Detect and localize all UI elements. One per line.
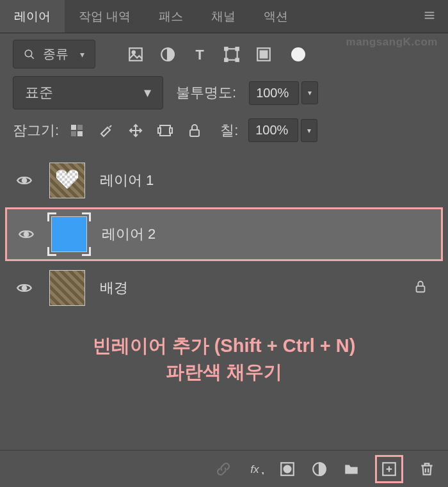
visibility-toggle[interactable] [15, 226, 38, 243]
pixel-layer-filter-icon[interactable] [127, 46, 144, 63]
fill-dropdown-button[interactable]: ▾ [301, 119, 317, 142]
layer-filter-dropdown[interactable]: 종류 ▾ [13, 40, 95, 68]
svg-rect-27 [417, 286, 425, 292]
svg-rect-5 [129, 48, 142, 61]
search-icon [24, 49, 35, 60]
layer-name[interactable]: 배경 [100, 278, 413, 298]
visibility-toggle[interactable] [13, 172, 36, 189]
filter-type-icons: T [127, 46, 305, 63]
svg-rect-13 [236, 58, 239, 61]
fill-input[interactable]: 100% [248, 118, 298, 142]
annotation-text: 빈레이어 추가 (Shift + Ctrl + N) 파란색 채우기 [0, 317, 448, 400]
tab-actions[interactable]: 액션 [250, 0, 302, 33]
layer-row[interactable]: 레이어 2 [5, 207, 443, 261]
chevron-down-icon: ▾ [144, 84, 151, 101]
blend-row: 표준 ▾ 불투명도: 100% ▾ [0, 72, 448, 116]
eye-icon [16, 280, 33, 296]
layer-thumbnail[interactable] [49, 214, 89, 254]
layer-mask-button[interactable] [279, 461, 296, 477]
opacity-dropdown-button[interactable]: ▾ [301, 81, 318, 104]
fx-icon: fx ▾ [247, 461, 264, 477]
watermark: mangsangK.com [346, 36, 438, 49]
lock-row: 잠그기: 칠: 100% ▾ [0, 116, 448, 151]
layer-thumbnail[interactable] [47, 161, 87, 200]
svg-point-24 [22, 179, 27, 183]
smart-object-filter-icon[interactable] [255, 46, 272, 63]
filter-label: 종류 [43, 45, 68, 63]
tab-layers[interactable]: 레이어 [0, 0, 65, 33]
new-layer-button[interactable] [381, 461, 397, 477]
type-layer-filter-icon[interactable]: T [191, 46, 208, 63]
layer-name[interactable]: 레이어 2 [102, 225, 433, 244]
lock-position-icon[interactable] [128, 123, 143, 138]
svg-rect-18 [71, 131, 76, 136]
svg-rect-19 [77, 131, 83, 136]
layer-style-button[interactable]: fx ▾ [247, 461, 264, 477]
eye-icon [16, 172, 33, 189]
svg-point-3 [25, 50, 32, 57]
layer-thumbnail[interactable] [47, 268, 87, 308]
visibility-toggle[interactable] [13, 280, 36, 296]
link-layers-button [215, 461, 232, 477]
opacity-field-group: 100% ▾ [249, 81, 318, 105]
delete-layer-button[interactable] [419, 461, 435, 477]
opacity-input[interactable]: 100% [249, 81, 299, 105]
tab-history[interactable]: 작업 내역 [65, 0, 145, 33]
fill-field-group: 100% ▾ [248, 118, 317, 142]
svg-line-4 [31, 56, 34, 59]
svg-text:T: T [195, 46, 204, 62]
svg-rect-16 [71, 125, 76, 130]
svg-rect-20 [160, 125, 170, 136]
svg-rect-21 [158, 128, 161, 133]
group-layers-button[interactable] [343, 461, 360, 477]
svg-rect-10 [225, 47, 227, 50]
mask-icon [279, 461, 296, 477]
svg-point-31 [284, 465, 291, 472]
opacity-label: 불투명도: [176, 83, 236, 102]
layer-row[interactable]: 배경 [5, 261, 443, 315]
folder-icon [343, 461, 360, 477]
blend-mode-dropdown[interactable]: 표준 ▾ [13, 76, 163, 109]
link-icon [215, 461, 232, 477]
bottom-toolbar: fx ▾ [0, 450, 448, 487]
trash-icon [419, 461, 435, 477]
layer-row[interactable]: 레이어 1 [5, 154, 443, 207]
new-layer-button-highlight [375, 455, 403, 483]
tab-channels[interactable]: 채널 [197, 0, 250, 33]
svg-rect-12 [225, 58, 227, 61]
panel-menu-icon[interactable] [422, 8, 436, 25]
svg-rect-17 [77, 125, 83, 130]
eye-icon [18, 226, 35, 243]
blend-mode-value: 표준 [25, 83, 53, 102]
svg-text:▾: ▾ [262, 470, 264, 475]
adjustment-icon [311, 461, 328, 477]
svg-text:fx: fx [250, 463, 260, 475]
svg-rect-23 [190, 130, 199, 136]
layer-name[interactable]: 레이어 1 [100, 171, 435, 190]
lock-artboard-icon[interactable] [157, 123, 173, 138]
plus-square-icon [381, 461, 397, 477]
shape-layer-filter-icon[interactable] [223, 46, 240, 63]
svg-rect-22 [170, 128, 172, 133]
fill-label: 칠: [220, 121, 238, 140]
annotation-line2: 파란색 채우기 [13, 359, 435, 385]
adjustment-layer-filter-icon[interactable] [159, 46, 176, 63]
layer-lock-indicator[interactable] [413, 280, 428, 296]
annotation-line1: 빈레이어 추가 (Shift + Ctrl + N) [13, 333, 435, 359]
lock-icon [413, 280, 428, 294]
svg-point-26 [22, 286, 27, 291]
svg-rect-11 [236, 47, 239, 50]
lock-label: 잠그기: [13, 121, 59, 140]
lock-icons [69, 123, 202, 138]
filter-toggle-switch[interactable] [291, 47, 305, 61]
chevron-down-icon: ▾ [80, 49, 84, 60]
lock-paint-icon[interactable] [99, 123, 114, 138]
lock-transparency-icon[interactable] [69, 123, 84, 138]
lock-all-icon[interactable] [187, 123, 202, 138]
svg-point-6 [132, 51, 135, 53]
svg-rect-15 [260, 51, 268, 58]
panel-tabs: 레이어 작업 내역 패스 채널 액션 [0, 0, 448, 33]
tab-paths[interactable]: 패스 [145, 0, 197, 33]
adjustment-layer-button[interactable] [311, 461, 328, 477]
svg-point-25 [24, 232, 29, 237]
